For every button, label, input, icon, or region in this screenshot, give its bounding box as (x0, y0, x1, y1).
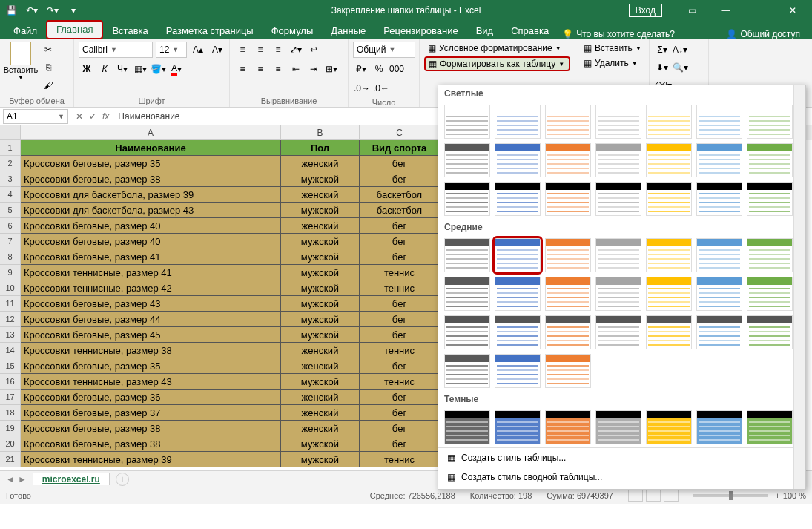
table-style-option[interactable] (495, 277, 541, 311)
cell[interactable]: женский (281, 187, 360, 203)
align-left-icon[interactable]: ≡ (234, 61, 251, 77)
cell[interactable]: Кроссовки беговые, размер 44 (21, 312, 281, 327)
table-style-option[interactable] (646, 105, 692, 139)
cell[interactable]: бег (360, 218, 440, 234)
autosum-icon[interactable]: Σ▾ (654, 42, 670, 58)
format-painter-icon[interactable]: 🖌 (40, 77, 56, 93)
add-sheet-button[interactable]: + (116, 473, 129, 486)
row-header[interactable]: 4 (0, 187, 21, 203)
table-style-option[interactable] (444, 182, 490, 216)
gallery-scrollbar[interactable] (793, 85, 805, 489)
cell[interactable]: теннис (360, 452, 440, 467)
cell[interactable]: Кроссовки беговые, размер 40 (21, 234, 281, 249)
tab-file[interactable]: Файл (4, 23, 46, 39)
sort-filter-icon[interactable]: A↓▾ (672, 42, 688, 58)
qat-customize-icon[interactable]: ▾ (65, 2, 82, 19)
namebox-dropdown-icon[interactable]: ▼ (58, 113, 65, 120)
thousands-icon[interactable]: 000 (389, 61, 405, 77)
page-layout-view-icon[interactable] (646, 490, 661, 502)
row-header[interactable]: 12 (0, 312, 21, 327)
row-header[interactable]: 16 (0, 374, 21, 390)
align-middle-icon[interactable]: ≡ (252, 42, 268, 58)
decrease-decimal-icon[interactable]: .0← (372, 80, 390, 96)
cell[interactable]: Кроссовки беговые, размер 38 (21, 421, 281, 436)
cell[interactable]: Кроссовки беговые, размер 45 (21, 327, 281, 343)
table-style-option[interactable] (696, 143, 742, 177)
cell[interactable]: Кроссовки беговые, размер 37 (21, 405, 281, 421)
table-style-option[interactable] (595, 105, 641, 139)
cell[interactable]: Кроссовки беговые, размер 35 (21, 358, 281, 374)
table-style-option[interactable] (747, 315, 793, 349)
fill-icon[interactable]: ⬇▾ (654, 59, 670, 76)
formula-input[interactable]: Наименование (118, 111, 179, 122)
login-button[interactable]: Вход (629, 4, 662, 17)
cell[interactable]: женский (281, 421, 360, 436)
tab-data[interactable]: Данные (322, 23, 374, 39)
increase-indent-icon[interactable]: ⇥ (306, 61, 322, 77)
cell[interactable]: мужской (281, 452, 360, 467)
table-style-option[interactable] (545, 105, 591, 139)
table-style-option[interactable] (444, 277, 490, 311)
cell[interactable]: теннис (360, 374, 440, 390)
row-header[interactable]: 10 (0, 280, 21, 296)
table-style-option[interactable] (646, 143, 692, 177)
maximize-icon[interactable]: ☐ (742, 0, 776, 21)
table-style-option[interactable] (545, 143, 591, 177)
cell[interactable]: мужской (281, 265, 360, 280)
table-style-option[interactable] (696, 182, 742, 216)
col-header-B[interactable]: B (281, 125, 360, 140)
table-style-option[interactable] (595, 143, 641, 177)
cell[interactable]: Кроссовки беговые, размер 38 (21, 171, 281, 187)
underline-icon[interactable]: Ч▾ (114, 61, 131, 77)
row-header[interactable]: 7 (0, 234, 21, 249)
cell[interactable]: Кроссовки теннисные, размер 42 (21, 280, 281, 296)
new-pivot-style-button[interactable]: ▦ Создать стиль сводной таблицы... (438, 467, 805, 487)
cell[interactable]: теннис (360, 280, 440, 296)
cancel-formula-icon[interactable]: ✕ (76, 111, 83, 122)
name-box[interactable]: A1 ▼ (3, 109, 68, 124)
table-style-option[interactable] (747, 143, 793, 177)
table-style-option[interactable] (595, 315, 641, 349)
table-style-option[interactable] (545, 315, 591, 349)
table-style-option[interactable] (747, 105, 793, 139)
cell[interactable]: Кроссовки беговые, размер 43 (21, 296, 281, 312)
row-header[interactable]: 11 (0, 296, 21, 312)
cell[interactable]: женский (281, 218, 360, 234)
accept-formula-icon[interactable]: ✓ (89, 111, 96, 122)
table-style-option[interactable] (495, 354, 541, 388)
cell[interactable]: женский (281, 405, 360, 421)
row-header[interactable]: 2 (0, 156, 21, 171)
cell[interactable]: бег (360, 156, 440, 171)
close-icon[interactable]: ✕ (776, 0, 809, 21)
table-style-option[interactable] (495, 105, 541, 139)
cell[interactable]: бег (360, 421, 440, 436)
font-name-combo[interactable]: Calibri▼ (79, 42, 153, 58)
table-style-option[interactable] (495, 143, 541, 177)
table-style-option[interactable] (595, 410, 641, 444)
cell[interactable]: женский (281, 343, 360, 358)
table-style-option[interactable] (696, 277, 742, 311)
cell[interactable]: бег (360, 358, 440, 374)
cell[interactable]: мужской (281, 234, 360, 249)
cell[interactable]: теннис (360, 343, 440, 358)
table-style-option[interactable] (595, 277, 641, 311)
copy-icon[interactable]: ⎘ (40, 59, 56, 76)
merge-icon[interactable]: ⊞▾ (323, 61, 340, 77)
row-header[interactable]: 5 (0, 203, 21, 218)
cell[interactable]: бег (360, 234, 440, 249)
cell[interactable]: мужской (281, 374, 360, 390)
delete-cells-button[interactable]: ▦ Удалить ▼ (580, 56, 644, 70)
cell[interactable]: мужской (281, 280, 360, 296)
cell[interactable]: женский (281, 358, 360, 374)
sheet-tab[interactable]: microexcel.ru (33, 473, 110, 485)
table-style-option[interactable] (495, 238, 541, 272)
cell[interactable]: Кроссовки беговые, размер 35 (21, 156, 281, 171)
table-style-option[interactable] (747, 238, 793, 272)
fill-color-icon[interactable]: 🪣▾ (150, 61, 167, 77)
save-icon[interactable]: 💾 (3, 2, 19, 19)
decrease-font-icon[interactable]: A▾ (209, 42, 225, 58)
tab-view[interactable]: Вид (467, 23, 503, 39)
cell[interactable]: Кроссовки теннисные, размер 43 (21, 374, 281, 390)
cell[interactable]: Кроссовки теннисные, размер 41 (21, 265, 281, 280)
cell[interactable]: Пол (281, 140, 360, 156)
